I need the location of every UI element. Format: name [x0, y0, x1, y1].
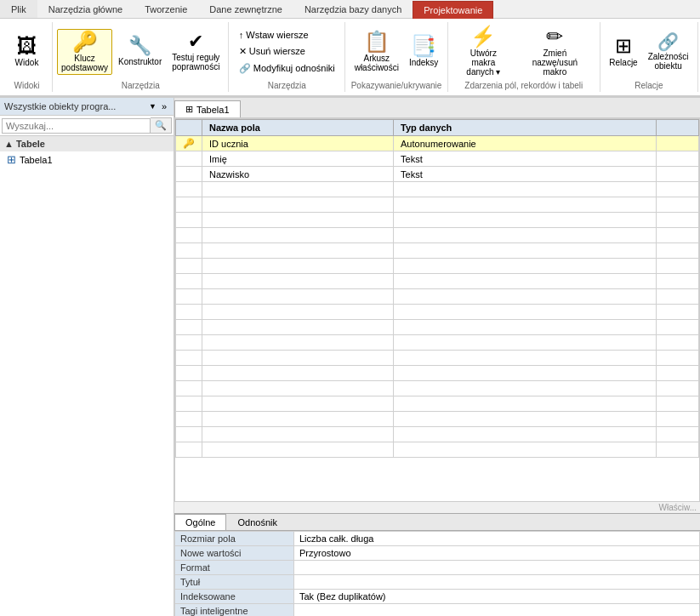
ribbon-group-wiersze: ↑ Wstaw wiersze ✕ Usuń wiersze 🔗 Modyfik… [229, 22, 345, 92]
tab-tworzenie[interactable]: Tworzenie [134, 0, 198, 18]
props-tab-bar: Ogólne Odnośnik [174, 514, 700, 531]
tab-narzedzia-bazy[interactable]: Narzędzia bazy danych [293, 0, 413, 18]
tab-projektowanie[interactable]: Projektowanie [413, 1, 493, 19]
wstaw-wiersze-button[interactable]: ↑ Wstaw wiersze [234, 27, 340, 43]
usun-wiersze-button[interactable]: ✕ Usuń wiersze [234, 43, 340, 60]
sidebar-collapse-button[interactable]: ▼ [146, 101, 159, 111]
table-row[interactable] [176, 412, 699, 427]
props-row: Indeksowane Tak (Bez duplikatów) [175, 590, 700, 604]
expand-icon: ▲ [4, 139, 14, 149]
relacje-button[interactable]: ⊞ Relacje [605, 33, 641, 70]
narzedzia-group-label: Narzędzia [122, 81, 160, 90]
props-value[interactable]: Liczba całk. długa [294, 532, 700, 546]
props-row: Tytuł [175, 575, 700, 590]
konstruktor-button[interactable]: 🔧 Konstruktor [114, 34, 166, 69]
pokazywanie-label: Pokazywanie/ukrywanie [351, 81, 442, 90]
ribbon-group-zdarzenia: ⚡ Utwórz makradanych ▾ ✏ Zmień nazwę/usu… [448, 22, 600, 92]
field-name-col-header: Nazwa pola [202, 120, 394, 136]
props-value[interactable] [294, 604, 700, 617]
tabela1-tab[interactable]: ⊞ Tabela1 [174, 100, 241, 117]
table-row[interactable] [176, 351, 699, 366]
props-label: Nowe wartości [175, 546, 294, 561]
props-tab-odnosnik[interactable]: Odnośnik [226, 514, 287, 530]
description-cell[interactable] [657, 167, 699, 182]
table-row[interactable] [176, 305, 699, 320]
tab-narzedzia-glowne[interactable]: Narzędzia główne [37, 0, 134, 18]
data-type-cell[interactable]: Tekst [394, 167, 657, 182]
field-name-cell[interactable]: Imię [202, 151, 394, 167]
key-indicator [176, 151, 202, 167]
table-row[interactable] [176, 182, 699, 197]
wstaw-icon: ↑ [239, 30, 244, 40]
sidebar-nav-button[interactable]: » [159, 100, 169, 112]
makra-button[interactable]: ⚡ Utwórz makradanych ▾ [453, 24, 514, 79]
tabela1-tab-icon: ⊞ [185, 104, 193, 115]
table-row[interactable] [176, 396, 699, 412]
table-row[interactable] [176, 366, 699, 381]
table-row[interactable] [176, 427, 699, 442]
table-row[interactable] [176, 197, 699, 213]
testuj-reguly-button[interactable]: ✔ Testuj regułypoprawności [168, 30, 224, 74]
ribbon-content: 🖼 Widok Widoki 🔑 Kluczpodstawowy 🔧 Konst… [0, 19, 700, 97]
tab-plik[interactable]: Plik [0, 0, 37, 18]
modyfikuj-button[interactable]: 🔗 Modyfikuj odnośniki [234, 60, 340, 77]
table-row[interactable] [176, 320, 699, 335]
sidebar-item-tabela1[interactable]: ⊞ Tabela1 [0, 151, 174, 168]
zaleznosci-icon: 🔗 [657, 33, 679, 50]
data-type-cell[interactable]: Autonumerowanie [394, 136, 657, 151]
table-row[interactable] [176, 213, 699, 228]
props-tab-ogolne[interactable]: Ogólne [174, 514, 226, 530]
table-row[interactable] [176, 274, 699, 289]
table-row[interactable]: Imię Tekst [176, 151, 699, 167]
props-row: Nowe wartości Przyrostowo [175, 546, 700, 561]
data-type-cell[interactable]: Tekst [394, 151, 657, 167]
sidebar-search-container: 🔍 [0, 116, 174, 136]
narzedzia2-group-label: Narzędzia [268, 81, 306, 90]
zaleznosci-button[interactable]: 🔗 Zależnościobiektu [644, 31, 693, 73]
table-row[interactable] [176, 228, 699, 243]
props-row: Rozmiar pola Liczba całk. długa [175, 532, 700, 546]
tab-dane-zewnetrzne[interactable]: Dane zewnętrzne [198, 0, 293, 18]
props-value[interactable] [294, 575, 700, 590]
table-row[interactable] [176, 289, 699, 305]
table-row[interactable] [176, 259, 699, 274]
props-value[interactable] [294, 561, 700, 575]
table-row[interactable] [176, 381, 699, 396]
table-row[interactable] [176, 243, 699, 259]
tables-section-header: ▲ Tabele [0, 136, 174, 151]
props-value[interactable]: Przyrostowo [294, 546, 700, 561]
table-row[interactable] [176, 442, 699, 458]
props-label: Rozmiar pola [175, 532, 294, 546]
arkusz-button[interactable]: 📋 Arkuszwłaściwości [350, 29, 403, 75]
modyfikuj-label: Modyfikuj odnośniki [253, 63, 335, 73]
field-name-cell[interactable]: ID ucznia [202, 136, 394, 151]
arkusz-label: Arkuszwłaściwości [355, 54, 399, 72]
table-row[interactable]: 🔑 ID ucznia Autonumerowanie [176, 136, 699, 151]
testuj-label: Testuj regułypoprawności [172, 53, 219, 71]
description-cell[interactable] [657, 151, 699, 167]
modyfikuj-icon: 🔗 [239, 63, 251, 74]
makra-label: Utwórz makradanych ▾ [458, 48, 509, 77]
search-button[interactable]: 🔍 [151, 117, 172, 134]
description-cell[interactable] [657, 136, 699, 151]
widok-button[interactable]: 🖼 Widok [10, 33, 44, 70]
properties-panel: Ogólne Odnośnik Rozmiar pola Liczba całk… [174, 513, 700, 616]
indeksy-button[interactable]: 📑 Indeksy [405, 33, 442, 70]
arkusz-icon: 📋 [364, 31, 390, 52]
field-name-cell[interactable]: Nazwisko [202, 167, 394, 182]
props-label: Format [175, 561, 294, 575]
watermark: Właściw... [174, 502, 700, 513]
props-value[interactable]: Tak (Bez duplikatów) [294, 590, 700, 604]
usun-label: Usuń wiersze [249, 46, 305, 56]
konstruktor-icon: 🔧 [128, 37, 151, 55]
table-row[interactable] [176, 335, 699, 351]
search-input[interactable] [2, 118, 151, 134]
relacje-group-label: Relacje [635, 81, 663, 90]
key-icon: 🔑 [72, 31, 98, 52]
klucz-podstawowy-button[interactable]: 🔑 Kluczpodstawowy [57, 29, 112, 75]
zmien-makro-button[interactable]: ✏ Zmień nazwę/usuńmakro [515, 24, 595, 79]
widok-icon: 🖼 [17, 36, 37, 56]
table-row[interactable]: Nazwisko Tekst [176, 167, 699, 182]
design-header-row: Nazwa pola Typ danych [176, 120, 699, 136]
ribbon-group-relacje: ⊞ Relacje 🔗 Zależnościobiektu Relacje [600, 22, 698, 92]
